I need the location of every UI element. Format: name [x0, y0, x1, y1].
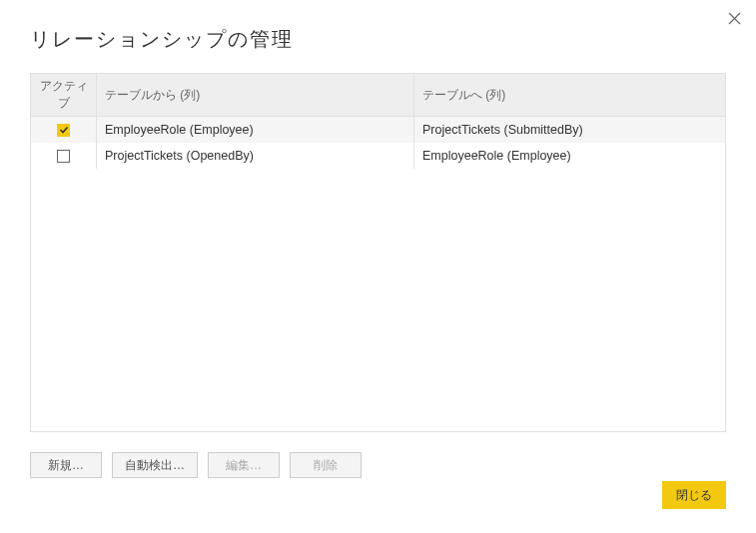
to-cell: ProjectTickets (SubmittedBy): [414, 117, 725, 143]
from-cell: ProjectTickets (OpenedBy): [97, 143, 414, 169]
close-icon[interactable]: [724, 8, 744, 28]
delete-button[interactable]: 削除: [290, 452, 362, 478]
table-row[interactable]: ProjectTickets (OpenedBy)EmployeeRole (E…: [31, 143, 725, 169]
autodetect-button[interactable]: 自動検出…: [112, 452, 198, 478]
edit-button[interactable]: 編集…: [208, 452, 280, 478]
action-button-bar: 新規… 自動検出… 編集… 削除: [0, 432, 756, 478]
header-from: テーブルから (列): [97, 74, 414, 117]
table-row[interactable]: EmployeeRole (Employee)ProjectTickets (S…: [31, 117, 725, 143]
to-cell: EmployeeRole (Employee): [414, 143, 725, 169]
table-body: EmployeeRole (Employee)ProjectTickets (S…: [31, 117, 725, 431]
active-checkbox[interactable]: [57, 124, 70, 137]
from-cell: EmployeeRole (Employee): [97, 117, 414, 143]
dialog-title: リレーションシップの管理: [0, 0, 756, 73]
close-button[interactable]: 閉じる: [662, 481, 726, 509]
new-button[interactable]: 新規…: [30, 452, 102, 478]
active-checkbox[interactable]: [57, 150, 70, 163]
relationships-table: アクティブ テーブルから (列) テーブルへ (列) EmployeeRole …: [30, 73, 726, 432]
header-to: テーブルへ (列): [414, 74, 726, 117]
dialog-footer: 閉じる: [662, 481, 726, 509]
manage-relationships-dialog: リレーションシップの管理 アクティブ テーブルから (列) テーブルへ (列) …: [0, 0, 756, 533]
header-active: アクティブ: [31, 74, 97, 117]
table-header-row: アクティブ テーブルから (列) テーブルへ (列): [31, 74, 726, 117]
